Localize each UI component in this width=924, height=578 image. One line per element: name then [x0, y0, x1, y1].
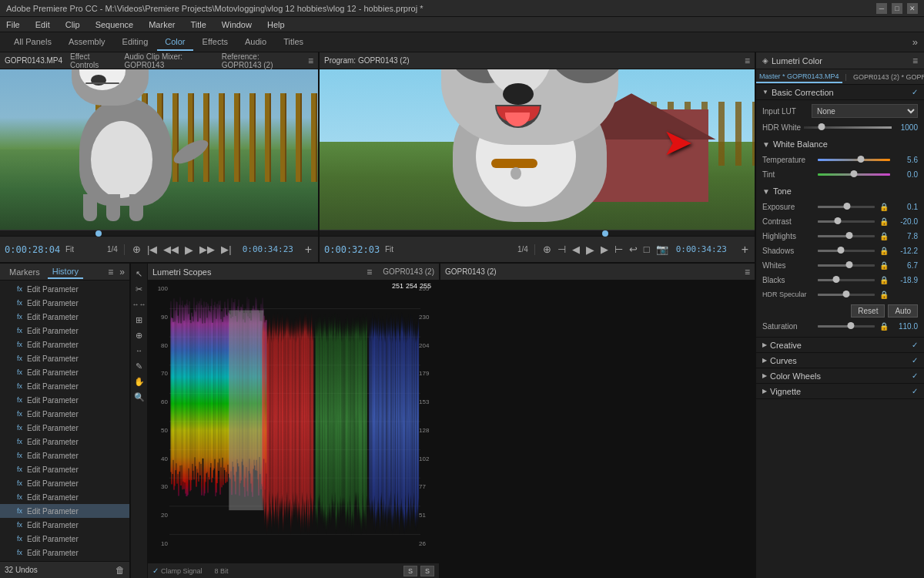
scope-s2-button[interactable]: S: [420, 566, 434, 576]
list-item[interactable]: fxEdit Parameter: [0, 490, 129, 504]
workspace-tabs-arrow[interactable]: »: [912, 36, 918, 48]
curves-section-header[interactable]: ▶ Curves ✓: [756, 353, 924, 368]
list-item[interactable]: fxEdit Parameter: [0, 393, 129, 407]
selection-tool-button[interactable]: ↖: [132, 267, 146, 281]
program-safe-margin[interactable]: □: [642, 243, 651, 256]
tab-titles[interactable]: Titles: [276, 34, 311, 51]
razor-tool-button[interactable]: ✂: [132, 282, 146, 296]
scopes-gopro-tab[interactable]: GOPR0143 (2): [383, 267, 434, 276]
saturation-slider[interactable]: [818, 325, 875, 328]
program-timeline-scrub[interactable]: [320, 230, 755, 236]
menu-sequence[interactable]: Sequence: [92, 20, 137, 29]
list-item[interactable]: fxEdit Parameter: [0, 296, 129, 310]
track-select-tool[interactable]: ↔↔: [132, 297, 146, 311]
list-item[interactable]: fxEdit Parameter: [0, 351, 129, 365]
hdr-specular-slider[interactable]: [818, 294, 875, 296]
list-item[interactable]: fxEdit Parameter: [0, 532, 129, 546]
temperature-slider[interactable]: [818, 159, 890, 161]
close-button[interactable]: ✕: [907, 3, 918, 14]
list-item[interactable]: fxEdit Parameter: [0, 546, 129, 560]
clear-history-button[interactable]: 🗑: [116, 565, 125, 576]
source-fit-dropdown[interactable]: Fit: [65, 245, 74, 254]
list-item[interactable]: fxEdit Parameter: [0, 324, 129, 338]
tab-editing[interactable]: Editing: [115, 34, 156, 51]
program-forward-to-out[interactable]: ⊢: [613, 243, 624, 256]
gopro-panel-menu[interactable]: ≡: [745, 267, 750, 277]
program-step-forward-frame[interactable]: ▶: [599, 243, 610, 256]
bit-depth-selector[interactable]: 8 Bit: [215, 567, 229, 575]
list-item[interactable]: fxEdit Parameter: [0, 407, 129, 421]
minimize-button[interactable]: ─: [876, 3, 887, 14]
list-item[interactable]: fxEdit Parameter: [0, 518, 129, 532]
program-play-stop[interactable]: ▶: [584, 243, 596, 257]
auto-button[interactable]: Auto: [888, 304, 918, 318]
ripple-tool[interactable]: ⊞: [132, 313, 146, 327]
list-item[interactable]: fxEdit Parameter: [0, 462, 129, 476]
list-item[interactable]: fxEdit Parameter: [0, 449, 129, 462]
pen-tool[interactable]: ✎: [132, 359, 146, 373]
source-reference-tab[interactable]: Reference: GOPR0143 (2): [219, 52, 303, 69]
reset-button[interactable]: Reset: [851, 304, 885, 318]
tab-color[interactable]: Color: [157, 34, 192, 51]
source-add-button[interactable]: +: [303, 242, 313, 257]
creative-check[interactable]: ✓: [912, 341, 918, 349]
list-item[interactable]: fxEdit Parameter: [0, 504, 129, 518]
list-item[interactable]: fxEdit Parameter: [0, 421, 129, 435]
source-fast-forward[interactable]: ▶|: [219, 243, 233, 256]
menu-title[interactable]: Title: [187, 20, 209, 29]
list-item[interactable]: fxEdit Parameter: [0, 476, 129, 490]
source-timeline-scrub[interactable]: [0, 230, 318, 236]
vignette-check[interactable]: ✓: [912, 387, 918, 395]
menu-file[interactable]: File: [3, 20, 23, 29]
list-item[interactable]: fxEdit Parameter: [0, 435, 129, 449]
tab-audio[interactable]: Audio: [237, 34, 274, 51]
source-rewind-to-start[interactable]: |◀: [146, 243, 159, 256]
scopes-menu-icon[interactable]: ≡: [367, 267, 372, 277]
menu-help[interactable]: Help: [264, 20, 288, 29]
tint-slider[interactable]: [818, 173, 890, 176]
clip-tab[interactable]: GOPR0143 (2) * GOPR0143.MP4: [850, 72, 924, 82]
contrast-slider[interactable]: [818, 220, 875, 223]
program-loop[interactable]: ↩: [628, 243, 639, 256]
lumetri-menu[interactable]: ≡: [912, 55, 918, 66]
zoom2-tool[interactable]: 🔍: [132, 390, 146, 404]
tab-effects[interactable]: Effects: [195, 34, 236, 51]
source-panel-menu[interactable]: ≡: [308, 55, 313, 66]
tab-assembly[interactable]: Assembly: [61, 34, 113, 51]
list-item[interactable]: fxEdit Parameter: [0, 310, 129, 324]
zoom-tool[interactable]: ⊕: [132, 328, 146, 342]
menu-window[interactable]: Window: [219, 20, 255, 29]
vignette-section-header[interactable]: ▶ Vignette ✓: [756, 384, 924, 399]
master-tab[interactable]: Master * GOPR0143.MP4: [756, 71, 842, 83]
list-item[interactable]: fxEdit Parameter: [0, 379, 129, 393]
whites-slider[interactable]: [818, 264, 875, 267]
color-wheels-check[interactable]: ✓: [912, 371, 918, 380]
source-audio-mixer-tab[interactable]: Audio Clip Mixer: GOPR0143: [122, 52, 214, 69]
program-step-back-frame[interactable]: ◀: [571, 243, 581, 256]
blacks-slider[interactable]: [818, 279, 875, 281]
basic-correction-section-header[interactable]: ▼ Basic Correction ✓: [756, 85, 924, 100]
program-rewind-to-in[interactable]: ⊣: [556, 243, 567, 256]
menu-clip[interactable]: Clip: [62, 20, 83, 29]
highlights-slider[interactable]: [818, 235, 875, 237]
hdr-white-slider[interactable]: [804, 126, 892, 129]
hand-tool[interactable]: ✋: [132, 375, 146, 388]
maximize-button[interactable]: □: [892, 3, 902, 14]
scope-s1-button[interactable]: S: [403, 566, 417, 576]
tab-all-panels[interactable]: All Panels: [6, 34, 59, 51]
source-step-forward[interactable]: ▶▶: [198, 243, 216, 256]
clamp-signal-toggle[interactable]: ✓ Clamp Signal: [152, 566, 203, 575]
source-timecode[interactable]: 0:00:28:04: [5, 244, 62, 255]
program-timecode[interactable]: 0:00:32:03: [324, 244, 382, 255]
list-item[interactable]: fxEdit Parameter: [0, 365, 129, 379]
source-play-button[interactable]: ▶: [183, 243, 195, 257]
history-menu-icon[interactable]: ≡: [108, 267, 113, 277]
rate-stretch-tool[interactable]: ↔: [132, 344, 146, 358]
program-export-frame[interactable]: 📷: [654, 243, 670, 256]
curves-check[interactable]: ✓: [912, 356, 918, 365]
source-step-back[interactable]: ◀◀: [162, 243, 180, 256]
menu-edit[interactable]: Edit: [32, 20, 53, 29]
basic-correction-check[interactable]: ✓: [912, 88, 918, 96]
program-panel-menu[interactable]: ≡: [745, 55, 750, 66]
source-effect-controls-tab[interactable]: Effect Controls: [67, 52, 116, 69]
